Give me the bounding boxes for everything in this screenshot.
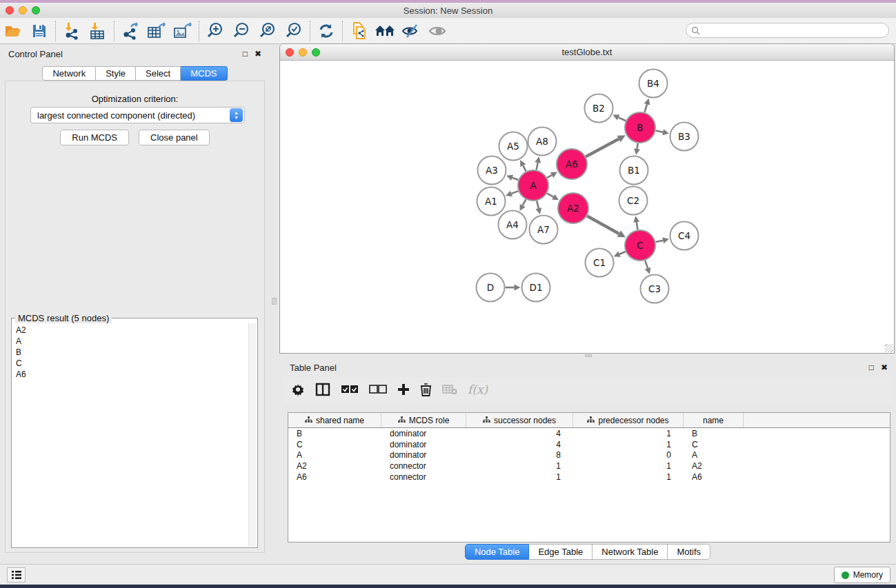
hide-details-icon[interactable] bbox=[398, 20, 424, 42]
edge-A-A8[interactable] bbox=[537, 163, 538, 170]
result-item[interactable]: A6 bbox=[16, 369, 248, 380]
edge-C-C3[interactable] bbox=[645, 261, 648, 268]
edge-C-C4[interactable] bbox=[655, 241, 663, 242]
float-panel-icon[interactable]: □ bbox=[869, 363, 874, 372]
window-resize-grip[interactable] bbox=[885, 344, 893, 352]
column-header-successor-nodes[interactable]: successor nodes bbox=[466, 413, 573, 427]
search-field[interactable] bbox=[686, 23, 889, 38]
cell-successor-nodes: 4 bbox=[466, 440, 573, 449]
optimization-criterion-select[interactable]: largest connected component (directed) ▲… bbox=[30, 107, 245, 123]
table-panel: Table Panel □ ✖ bbox=[279, 358, 896, 564]
table-row[interactable]: Adominator80A bbox=[288, 449, 890, 460]
show-details-icon[interactable] bbox=[424, 20, 450, 42]
column-header-shared-name[interactable]: shared name bbox=[288, 413, 381, 427]
refresh-icon[interactable] bbox=[313, 20, 339, 42]
mcds-result-list[interactable]: A2ABCA6 bbox=[12, 323, 248, 547]
table-header-row: shared nameMCDS rolesuccessor nodesprede… bbox=[288, 413, 890, 428]
column-header-MCDS-role[interactable]: MCDS role bbox=[381, 413, 466, 427]
titlebar[interactable]: Session: New Session bbox=[0, 3, 896, 18]
table-row[interactable]: Cdominator41C bbox=[288, 439, 890, 450]
zoom-out-icon[interactable] bbox=[228, 20, 255, 42]
result-item[interactable]: A2 bbox=[16, 325, 248, 336]
cell-name: A2 bbox=[684, 461, 744, 471]
edge-A-A5[interactable] bbox=[523, 165, 526, 171]
result-scrollbar[interactable] bbox=[248, 323, 257, 547]
tab-motifs[interactable]: Motifs bbox=[668, 544, 710, 560]
column-header-predecessor-nodes[interactable]: predecessor nodes bbox=[573, 413, 684, 427]
vertical-splitter[interactable] bbox=[270, 44, 279, 564]
node-label-B: B bbox=[637, 122, 643, 133]
table-row[interactable]: Bdominator41B bbox=[288, 428, 890, 439]
table-settings-icon[interactable] bbox=[291, 381, 305, 398]
function-builder-icon[interactable]: f(x) bbox=[468, 383, 488, 396]
column-header-name[interactable]: name bbox=[684, 413, 744, 427]
tab-node-table[interactable]: Node Table bbox=[465, 544, 530, 560]
zoom-in-icon[interactable] bbox=[202, 20, 228, 42]
tab-edge-table[interactable]: Edge Table bbox=[529, 544, 593, 560]
zoom-selected-icon[interactable] bbox=[281, 20, 307, 42]
close-panel-icon[interactable]: ✖ bbox=[881, 363, 888, 372]
table-row[interactable]: A6connector11A6 bbox=[288, 472, 890, 483]
close-panel-button[interactable]: Close panel bbox=[139, 130, 210, 145]
float-panel-icon[interactable]: □ bbox=[243, 49, 248, 59]
table-row[interactable]: A2connector11A2 bbox=[288, 460, 890, 472]
edge-A-A4[interactable] bbox=[523, 199, 526, 205]
node-label-A4: A4 bbox=[506, 219, 519, 230]
export-table-icon[interactable] bbox=[143, 20, 170, 42]
edge-C-C2[interactable] bbox=[637, 222, 638, 230]
network-window-titlebar[interactable]: testGlobe.txt bbox=[280, 44, 894, 61]
edge-B-B3[interactable] bbox=[656, 131, 664, 132]
column-visibility-icon[interactable] bbox=[315, 381, 330, 398]
open-session-icon[interactable] bbox=[0, 20, 26, 42]
select-all-icon[interactable] bbox=[341, 381, 359, 398]
show-networks-icon[interactable] bbox=[372, 20, 398, 42]
delete-table-icon[interactable] bbox=[442, 381, 457, 398]
tab-network-table[interactable]: Network Table bbox=[593, 544, 668, 560]
deselect-all-icon[interactable] bbox=[369, 381, 387, 398]
memory-label: Memory bbox=[853, 570, 883, 580]
edge-A6-B[interactable] bbox=[586, 139, 619, 157]
edge-A-A1[interactable] bbox=[511, 191, 518, 194]
edge-B-B4[interactable] bbox=[645, 104, 647, 112]
tab-select[interactable]: Select bbox=[136, 66, 181, 81]
memory-button[interactable]: Memory bbox=[834, 567, 890, 583]
run-mcds-button[interactable]: Run MCDS bbox=[60, 130, 129, 145]
tab-mcds[interactable]: MCDS bbox=[181, 66, 227, 81]
node-label-A2: A2 bbox=[567, 203, 579, 214]
column-label: MCDS role bbox=[409, 416, 450, 425]
cell-shared-name: B bbox=[288, 429, 381, 438]
control-panel-tabs: NetworkStyleSelectMCDS bbox=[0, 66, 270, 81]
tab-style[interactable]: Style bbox=[96, 66, 136, 81]
edge-A-A3[interactable] bbox=[512, 178, 519, 180]
edge-A-A6[interactable] bbox=[547, 175, 552, 178]
tab-network[interactable]: Network bbox=[42, 66, 96, 81]
edge-arrowhead bbox=[535, 207, 541, 214]
duplicate-network-icon[interactable] bbox=[346, 20, 372, 42]
control-panel-header: Control Panel □ ✖ bbox=[0, 44, 270, 63]
task-history-button[interactable] bbox=[7, 567, 26, 582]
selected-option: largest connected component (directed) bbox=[31, 110, 230, 121]
edge-A2-C[interactable] bbox=[587, 216, 619, 234]
import-table-icon[interactable] bbox=[85, 20, 111, 42]
export-network-icon[interactable] bbox=[117, 20, 143, 42]
application-window: Session: New Session bbox=[0, 0, 896, 588]
edge-A-A7[interactable] bbox=[537, 201, 539, 208]
result-item[interactable]: B bbox=[16, 347, 248, 358]
close-panel-icon[interactable]: ✖ bbox=[255, 49, 261, 59]
result-item[interactable]: A bbox=[16, 336, 248, 347]
add-column-icon[interactable] bbox=[397, 381, 410, 398]
network-canvas[interactable]: AA6A2BCA5A8A3A1A4A7B4B2B3B1C2C4C1C3DD1 bbox=[280, 61, 894, 353]
edge-arrowhead bbox=[662, 129, 669, 135]
node-label-B4: B4 bbox=[647, 78, 659, 89]
delete-column-icon[interactable] bbox=[420, 381, 432, 398]
edge-B-B2[interactable] bbox=[619, 117, 626, 121]
import-network-icon[interactable] bbox=[59, 20, 85, 42]
zoom-fit-icon[interactable] bbox=[255, 20, 281, 42]
result-item[interactable]: C bbox=[16, 358, 248, 369]
search-input[interactable] bbox=[704, 26, 888, 35]
export-image-icon[interactable] bbox=[170, 20, 196, 42]
edge-B-B1[interactable] bbox=[637, 143, 638, 149]
edge-A-A2[interactable] bbox=[547, 193, 553, 196]
edge-C-C1[interactable] bbox=[619, 252, 626, 254]
save-session-icon[interactable] bbox=[26, 20, 52, 42]
